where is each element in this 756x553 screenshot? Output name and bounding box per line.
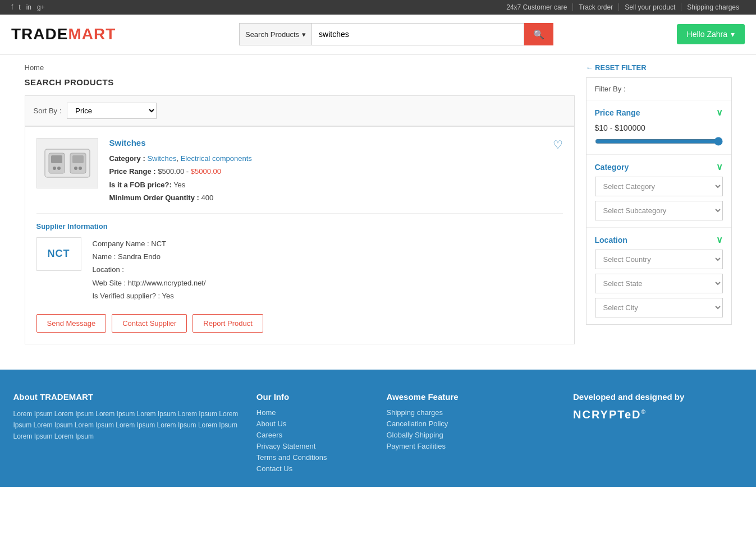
supplier-content: NCT Company Name : NCT Name : Sandra End… (36, 237, 563, 303)
product-fob-row: Is it a FOB price?: Yes (109, 178, 553, 191)
svg-rect-3 (51, 155, 62, 163)
ncrypted-logo[interactable]: NCRYPTeD® (573, 408, 743, 421)
tw-icon[interactable]: t (19, 3, 20, 11)
footer-awesome-links: Shipping charges Cancellation Policy Glo… (387, 408, 557, 450)
search-input[interactable] (311, 23, 524, 45)
logo[interactable]: TRADEMART (11, 25, 116, 43)
user-dropdown-icon: ▾ (731, 30, 735, 39)
price-to: $5000.00 (191, 167, 221, 176)
search-category-dropdown[interactable]: Search Products ▾ (239, 23, 311, 45)
price-range-title[interactable]: Price Range ∨ (595, 107, 723, 118)
supplier-verified-row: Is Verified supplier? : Yes (93, 289, 206, 302)
li-icon[interactable]: in (26, 3, 31, 11)
subcategory-select[interactable]: Select Subcategory (595, 201, 723, 220)
footer-payment-link[interactable]: Payment Facilities (387, 442, 557, 450)
fob-label: Is it a FOB price?: (109, 181, 172, 189)
website-label: Web Site : (93, 279, 126, 287)
footer-shipping-link[interactable]: Shipping charges (387, 408, 557, 417)
gp-icon[interactable]: g+ (37, 3, 45, 11)
category-label: Category : (109, 154, 145, 163)
footer-cancellation-link[interactable]: Cancellation Policy (387, 420, 557, 428)
price-range-label: Price Range (595, 108, 640, 117)
user-menu-button[interactable]: Hello Zahra ▾ (677, 24, 745, 44)
svg-rect-4 (72, 155, 84, 163)
supplier-section: Supplier Information NCT Company Name : … (36, 222, 563, 303)
footer-terms-link[interactable]: Terms and Conditions (256, 453, 370, 462)
location-section: Location ∨ Select Country Select State S… (587, 228, 731, 324)
report-product-button[interactable]: Report Product (193, 314, 263, 333)
search-button[interactable]: 🔍 (524, 23, 553, 45)
product-header: Switches Category : Switches, Electrical… (36, 138, 563, 205)
company-name-link[interactable]: NCT (151, 239, 166, 248)
product-main: Switches Category : Switches, Electrical… (36, 138, 553, 205)
price-range-slider[interactable] (595, 137, 723, 146)
customer-care-link[interactable]: 24x7 Customer care (501, 3, 573, 11)
supplier-company-row: Company Name : NCT (93, 237, 206, 250)
country-select[interactable]: Select Country (595, 250, 723, 269)
footer-ourinfo-title: Our Info (256, 392, 370, 402)
footer-privacy-link[interactable]: Privacy Statement (256, 442, 370, 450)
sidebar: ← RESET FILTER Filter By : Price Range ∨… (586, 63, 732, 344)
svg-point-7 (74, 167, 77, 170)
footer-grid: About TRADEMART Lorem Ipsum Lorem Ipsum … (13, 392, 743, 476)
filter-header: Filter By : (587, 78, 731, 100)
price-range-label: Price Range : (109, 167, 156, 176)
search-icon: 🔍 (533, 30, 544, 39)
product-name[interactable]: Switches (109, 138, 553, 148)
reset-filter-button[interactable]: ← RESET FILTER (586, 63, 732, 72)
product-card: Switches Category : Switches, Electrical… (25, 126, 575, 344)
footer-about: About TRADEMART Lorem Ipsum Lorem Ipsum … (13, 392, 240, 476)
footer-about-text: Lorem Ipsum Lorem Ipsum Lorem Ipsum Lore… (13, 408, 240, 443)
action-buttons: Send Message Contact Supplier Report Pro… (36, 314, 563, 333)
footer-global-link[interactable]: Globally Shipping (387, 431, 557, 439)
company-name-label: Company Name : (93, 239, 149, 248)
moq-label: Minimum Order Quantity : (109, 193, 199, 202)
user-label: Hello Zahra (687, 30, 727, 39)
product-moq-row: Minimum Order Quantity : 400 (109, 191, 553, 204)
footer-dev: Developed and designed by NCRYPTeD® (573, 392, 743, 476)
footer-about-link[interactable]: About Us (256, 420, 370, 428)
supplier-name-row: Name : Sandra Endo (93, 250, 206, 263)
category-chevron: ∨ (716, 162, 723, 172)
fb-icon[interactable]: f (11, 3, 13, 11)
category-title[interactable]: Category ∨ (595, 162, 723, 172)
location-filter-label: Location (595, 236, 627, 245)
fob-value: Yes (173, 181, 185, 189)
footer-awesome: Awesome Feature Shipping charges Cancell… (387, 392, 557, 476)
page-title: SEARCH PRODUCTS (25, 77, 575, 87)
top-links: 24x7 Customer care Track order Sell your… (501, 3, 745, 11)
filter-box: Filter By : Price Range ∨ $10 - $100000 … (586, 77, 732, 325)
send-message-button[interactable]: Send Message (36, 314, 107, 333)
sort-label: Sort By : (34, 107, 62, 115)
category-label: Category (595, 163, 629, 172)
footer: About TRADEMART Lorem Ipsum Lorem Ipsum … (0, 370, 756, 487)
shipping-charges-link[interactable]: Shipping charges (681, 3, 745, 11)
supplier-logo-text: NCT (48, 248, 70, 260)
dropdown-arrow-icon: ▾ (302, 30, 306, 39)
svg-point-6 (57, 167, 61, 170)
footer-contact-link[interactable]: Contact Us (256, 464, 370, 473)
svg-point-5 (53, 167, 56, 170)
product-price-row: Price Range : $500.00 - $5000.00 (109, 165, 553, 178)
city-select[interactable]: Select City (595, 298, 723, 317)
favorite-icon[interactable]: ♡ (553, 138, 563, 151)
state-select[interactable]: Select State (595, 274, 723, 293)
contact-supplier-button[interactable]: Contact Supplier (112, 314, 187, 333)
footer-home-link[interactable]: Home (256, 408, 370, 417)
location-title[interactable]: Location ∨ (595, 234, 723, 245)
product-info: Category : Switches, Electrical componen… (109, 152, 553, 205)
search-area: Search Products ▾ 🔍 (239, 23, 553, 45)
home-link[interactable]: Home (25, 63, 44, 72)
footer-awesome-title: Awesome Feature (387, 392, 557, 402)
category-select[interactable]: Select Category (595, 177, 723, 196)
switch-image-svg (42, 144, 93, 183)
footer-dev-title: Developed and designed by (573, 392, 743, 402)
price-from: $500.00 - (158, 167, 191, 176)
sell-product-link[interactable]: Sell your product (619, 3, 681, 11)
sort-select[interactable]: Price Name Relevance (67, 103, 157, 119)
category-electrical-link[interactable]: Electrical components (181, 154, 252, 163)
track-order-link[interactable]: Track order (573, 3, 619, 11)
website-link[interactable]: http://www.ncrypted.net/ (128, 279, 206, 287)
footer-careers-link[interactable]: Careers (256, 431, 370, 439)
category-switches-link[interactable]: Switches (147, 154, 176, 163)
